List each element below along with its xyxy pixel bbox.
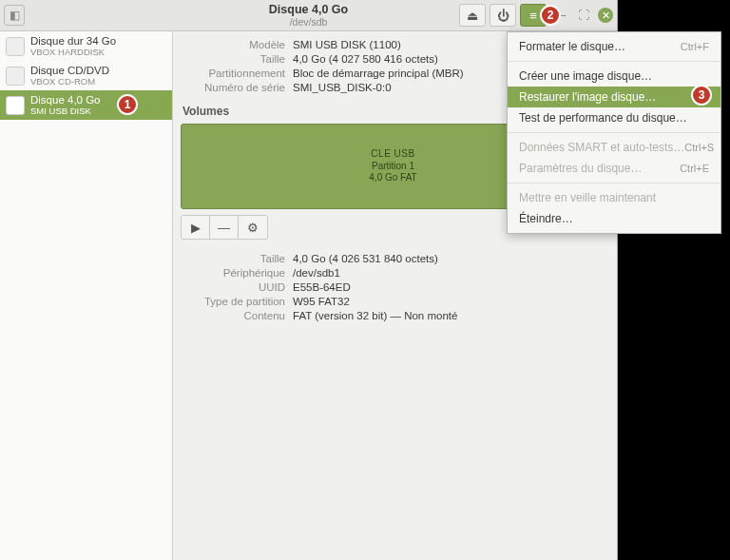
sidebar-item-label: Disque 4,0 Go bbox=[30, 94, 101, 106]
prop-key: Modèle bbox=[181, 39, 285, 50]
volume-size-label: 4,0 Go FAT bbox=[369, 172, 416, 184]
gear-icon: ⚙ bbox=[239, 216, 267, 239]
titlebar: ◧ Disque 4,0 Go /dev/sdb ⏏ ⏻ ≡ – ⛶ ✕ bbox=[0, 0, 617, 31]
prop-key: Taille bbox=[181, 253, 285, 264]
sidebar-item-hdd[interactable]: Disque dur 34 Go VBOX HARDDISK bbox=[0, 31, 172, 61]
hamburger-icon: ≡ bbox=[529, 9, 537, 23]
menu-benchmark[interactable]: Test de performance du disque… bbox=[508, 107, 720, 128]
sidebar-item-label: Disque dur 34 Go bbox=[30, 35, 116, 47]
drive-menu-popover: Formater le disque…Ctrl+F Créer une imag… bbox=[507, 31, 721, 234]
eject-icon: ⏏ bbox=[467, 9, 478, 23]
header-buttons: ⏏ ⏻ ≡ – ⛶ ✕ bbox=[455, 4, 613, 27]
prop-key: Type de partition bbox=[181, 296, 285, 307]
power-icon: ⏻ bbox=[497, 9, 509, 23]
menu-smart: Données SMART et auto-tests…Ctrl+S bbox=[508, 137, 720, 158]
menu-drive-settings: Paramètres du disque…Ctrl+E bbox=[508, 158, 720, 179]
menu-separator bbox=[508, 132, 720, 133]
prop-key: Partitionnement bbox=[181, 68, 285, 79]
volume-partition-label: Partition 1 bbox=[369, 161, 416, 173]
menu-format-disk[interactable]: Formater le disque…Ctrl+F bbox=[508, 36, 720, 57]
prop-value: FAT (version 32 bit) — Non monté bbox=[293, 310, 605, 321]
sidebar-item-sublabel: VBOX CD-ROM bbox=[30, 76, 109, 87]
menu-create-image[interactable]: Créer une image disque… bbox=[508, 66, 720, 87]
prop-value: W95 FAT32 bbox=[293, 296, 605, 307]
mount-button[interactable]: ▶ bbox=[182, 216, 210, 239]
prop-value: 4,0 Go (4 026 531 840 octets) bbox=[293, 253, 605, 264]
volume-settings-button[interactable]: ⚙ bbox=[239, 216, 267, 239]
partition-props: Taille4,0 Go (4 026 531 840 octets) Péri… bbox=[181, 253, 605, 321]
prop-value: /dev/sdb1 bbox=[293, 267, 605, 279]
prop-key: Périphérique bbox=[181, 267, 285, 279]
disks-app-icon: ◧ bbox=[4, 5, 25, 26]
volume-toolbar: ▶ — ⚙ bbox=[181, 215, 268, 240]
prop-key: Contenu bbox=[181, 310, 285, 321]
volume-partition: CLE USB Partition 1 4,0 Go FAT bbox=[369, 148, 416, 184]
app-window: ◧ Disque 4,0 Go /dev/sdb ⏏ ⏻ ≡ – ⛶ ✕ Dis… bbox=[0, 0, 618, 560]
prop-value: E55B-64ED bbox=[293, 281, 605, 293]
menu-restore-image[interactable]: Restaurer l'image disque… bbox=[508, 87, 720, 107]
power-button[interactable]: ⏻ bbox=[490, 4, 516, 27]
annotation-badge-3: 3 bbox=[691, 85, 712, 106]
window-controls: – ⛶ ✕ bbox=[556, 8, 613, 23]
sidebar-item-sublabel: SMI USB DISK bbox=[30, 106, 101, 116]
sidebar-item-label: Disque CD/DVD bbox=[30, 65, 109, 76]
close-button[interactable]: ✕ bbox=[598, 8, 613, 23]
cd-icon bbox=[6, 67, 25, 86]
sidebar-item-cd[interactable]: Disque CD/DVD VBOX CD-ROM bbox=[0, 61, 172, 90]
delete-partition-button[interactable]: — bbox=[210, 216, 239, 239]
disk-sidebar: Disque dur 34 Go VBOX HARDDISK Disque CD… bbox=[0, 31, 173, 560]
eject-button[interactable]: ⏏ bbox=[459, 4, 486, 27]
sidebar-item-sublabel: VBOX HARDDISK bbox=[30, 47, 116, 57]
play-icon: ▶ bbox=[182, 216, 209, 239]
minus-icon: — bbox=[210, 216, 238, 239]
menu-standby: Mettre en veille maintenant bbox=[508, 187, 720, 208]
close-icon: ✕ bbox=[602, 10, 610, 22]
prop-key: UUID bbox=[181, 281, 285, 293]
annotation-badge-1: 1 bbox=[117, 94, 138, 115]
volume-label: CLE USB bbox=[369, 148, 416, 161]
menu-separator bbox=[508, 61, 720, 62]
prop-key: Taille bbox=[181, 53, 285, 65]
usb-disk-icon bbox=[6, 96, 25, 115]
menu-poweroff[interactable]: Éteindre… bbox=[508, 208, 720, 229]
restore-button[interactable]: ⛶ bbox=[577, 9, 590, 22]
hdd-icon bbox=[6, 37, 25, 56]
prop-key: Numéro de série bbox=[181, 82, 285, 93]
sidebar-item-usb[interactable]: Disque 4,0 Go SMI USB DISK bbox=[0, 90, 172, 120]
restore-icon: ⛶ bbox=[578, 9, 589, 22]
menu-separator bbox=[508, 183, 720, 183]
annotation-badge-2: 2 bbox=[540, 5, 561, 26]
